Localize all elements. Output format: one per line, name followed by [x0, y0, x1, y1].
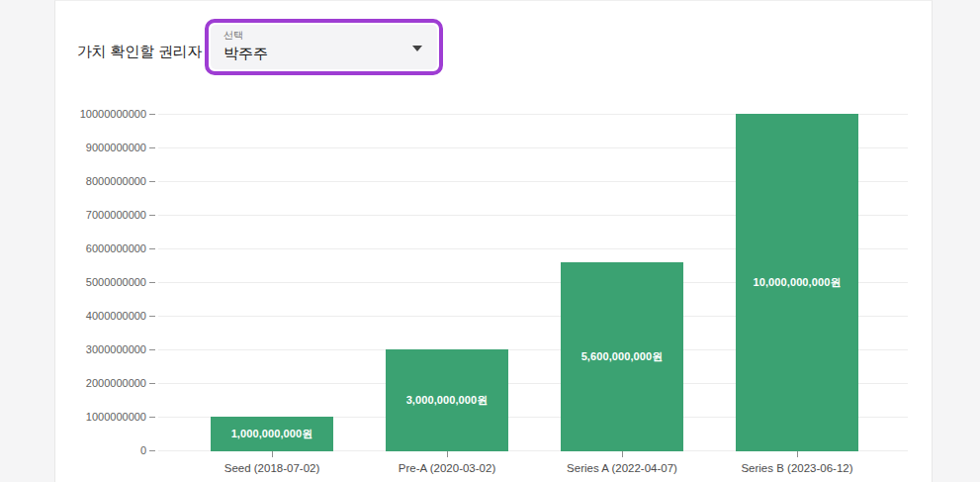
- x-axis-label: Series B (2023-06-12): [741, 461, 852, 475]
- x-axis-tick: [447, 451, 448, 457]
- y-axis-label: 10000000000: [79, 108, 146, 121]
- y-axis-tick: [149, 316, 155, 317]
- page: 가치 확인할 권리자 선택 박주주 1000000000090000000008…: [0, 0, 980, 482]
- y-axis-tick: [149, 417, 155, 418]
- y-axis-label: 1000000000: [79, 411, 146, 424]
- y-axis-tick: [149, 282, 155, 283]
- y-axis-tick: [149, 215, 155, 216]
- y-axis-label: 3000000000: [79, 343, 146, 356]
- bar-value-label: 1,000,000,000원: [231, 428, 313, 440]
- x-axis-tick: [797, 451, 798, 457]
- y-axis-tick: [149, 450, 155, 451]
- bar-value-label: 3,000,000,000원: [406, 394, 489, 407]
- y-axis-label: 4000000000: [79, 310, 146, 323]
- x-axis-tick: [272, 451, 273, 457]
- y-axis-label: 0: [79, 444, 146, 457]
- x-axis-label: Seed (2018-07-02): [224, 461, 320, 475]
- bar-value-label: 10,000,000,000원: [754, 276, 842, 289]
- x-axis-label: Series A (2022-04-07): [567, 461, 677, 475]
- bar-value-label: 5,600,000,000원: [581, 350, 664, 363]
- y-axis-label: 9000000000: [79, 142, 146, 154]
- y-axis-label: 2000000000: [79, 377, 146, 390]
- y-axis-label: 7000000000: [79, 209, 146, 222]
- y-axis-tick: [149, 181, 155, 182]
- y-axis-tick: [149, 147, 155, 148]
- bar-chart: 1000000000090000000008000000000700000000…: [0, 0, 980, 482]
- y-axis-label: 5000000000: [79, 276, 146, 289]
- y-axis-tick: [149, 383, 155, 384]
- x-axis-label: Pre-A (2020-03-02): [399, 461, 495, 475]
- y-axis-label: 6000000000: [79, 242, 146, 255]
- x-axis-tick: [622, 451, 623, 457]
- y-axis-tick: [149, 349, 155, 350]
- y-axis-tick: [149, 114, 155, 115]
- y-axis-label: 8000000000: [79, 175, 146, 188]
- y-axis-tick: [149, 248, 155, 249]
